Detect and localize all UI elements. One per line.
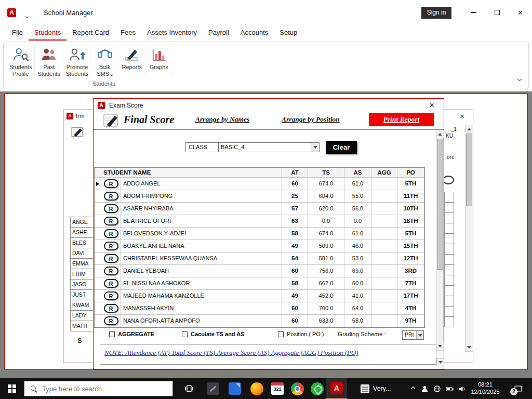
row-r-button[interactable]: R [104,217,118,225]
bg-name-cell[interactable]: MATH [71,321,93,331]
exam-table-row[interactable]: RADOM FRIMPONG25604.055.011TH [95,190,424,203]
column-agg[interactable]: AGG [371,168,397,178]
ribbon-students-profile[interactable]: Students Profile [7,44,35,77]
search-input[interactable] [42,381,169,396]
grading-scheme-combobox[interactable]: PRI [402,330,424,340]
bg-name-cell[interactable]: JUST [71,290,93,300]
dialog-titlebar[interactable]: A Exam Score × [94,99,444,112]
row-r-button[interactable]: R [104,242,118,250]
ribbon-reports[interactable]: Reports [118,44,145,77]
background-close-button[interactable]: × [460,112,464,121]
menu-payroll[interactable]: Payroll [203,25,235,41]
scrollbar-thumb[interactable] [466,134,472,206]
taskbar-search[interactable] [24,381,173,396]
row-r-button[interactable]: R [104,229,118,238]
taskbar-running-app[interactable]: Very... [357,378,394,399]
menu-file[interactable]: File [6,25,29,41]
exam-table-row[interactable]: RMAJEED MAHAMA KANZOLLE49452.041.017TH [95,290,424,302]
exam-table-row[interactable]: RBOAKYE ANHEL NANA49509.046.015TH [95,240,424,252]
combo-dropdown-icon[interactable] [311,143,319,152]
tray-user-button[interactable] [419,378,431,399]
sign-in-button[interactable]: Sign in [421,7,451,19]
taskbar-clock[interactable]: 08:21 12/10/2025 [469,381,502,395]
taskbar-app-blue[interactable] [224,378,245,399]
column-po[interactable]: PO [397,168,424,178]
row-r-button[interactable]: R [104,279,118,288]
bg-name-cell[interactable]: ASHE [71,228,93,238]
tray-battery-button[interactable] [444,378,456,399]
hidden-icons-chevron[interactable] [407,378,419,399]
ribbon-collapse-chevron-icon[interactable] [518,73,521,83]
menu-students[interactable]: Students [29,25,66,41]
start-button[interactable] [0,378,24,399]
ribbon-past-students[interactable]: Past Students [35,44,63,77]
taskbar-app-chrome[interactable] [287,378,308,399]
exam-table-row[interactable]: RBELOVEDSON Y. ADJEI58674.061.05TH [95,228,424,240]
column-ts[interactable]: TS [308,168,344,178]
bg-name-cell[interactable]: BLES [71,238,93,248]
dialog-scrollbar[interactable] [436,130,444,351]
bg-name-cell[interactable]: FRIM [71,269,93,280]
arrange-by-position-link[interactable]: Arrange by Position [282,115,340,124]
task-view-button[interactable] [179,378,200,399]
background-scrollbar[interactable] [465,125,473,352]
ribbon-promote-students[interactable]: Promote Students [63,44,91,77]
menu-report-card[interactable]: Report Card [66,25,115,41]
row-r-button[interactable]: R [104,316,118,325]
scroll-down-button[interactable] [466,343,473,351]
bg-name-cell[interactable]: ANGE [71,217,93,228]
ribbon-bulk-sms[interactable]: Bulk SMS [91,44,118,77]
bg-name-cell[interactable]: EMMA [71,259,93,269]
taskbar-app-firefox[interactable] [246,378,267,399]
bg-name-cell[interactable]: JASO [71,280,93,290]
exam-table-row[interactable]: RASARE NHYIRABA57620.056.010TH [95,203,424,215]
row-r-button[interactable]: R [104,192,118,201]
bg-name-cell[interactable]: DAVI [71,248,93,259]
taskbar-app-whatsapp[interactable] [307,378,327,399]
scroll-up-button[interactable] [466,125,473,133]
exam-table-row[interactable]: RNANA OFORI-ATTA AMPOFO60633.058.09TH [95,315,424,327]
row-r-button[interactable]: R [104,291,118,300]
exam-table-row[interactable]: RMANASSEH AKYIN60700.064.04TH [95,302,424,315]
bg-name-cell[interactable]: LADY [71,311,93,321]
taskbar-app-calendar[interactable]: 321 [267,378,288,399]
row-r-button[interactable]: R [104,204,118,213]
exam-table-row[interactable]: RDANIEL YEBOAH60756.069.03RD [95,265,424,277]
exam-table-row[interactable]: RBEATRICE OFORI630.00.018TH [95,215,424,228]
tray-network-button[interactable] [431,378,443,399]
minimize-button[interactable] [462,0,485,25]
combo-dropdown-icon[interactable] [416,331,423,339]
notification-center-button[interactable]: 2 [507,378,529,399]
dialog-close-button[interactable]: × [429,100,434,111]
row-r-button[interactable]: R [104,304,118,313]
column-as[interactable]: AS [344,168,371,178]
clear-button[interactable]: Clear [326,141,357,154]
menu-assets-inventory[interactable]: Assets Inventory [141,25,203,41]
calculate-checkbox[interactable] [182,331,188,337]
position-checkbox[interactable] [278,331,284,337]
scrollbar-thumb[interactable] [437,139,443,270]
print-report-button[interactable]: Print Report [369,113,434,126]
arrange-by-names-link[interactable]: Arrange by Names [195,115,249,124]
exam-table-row[interactable]: RCHRISTABEL KESSEWAA QUANSA54581.053.012… [95,252,424,265]
tray-volume-button[interactable] [456,378,468,399]
bottom-scroll-down-button[interactable] [436,358,444,366]
quick-access-chevron-icon[interactable] [26,10,28,20]
taskbar-app-dark[interactable] [203,378,223,399]
maximize-button[interactable] [485,0,509,25]
exam-table-row[interactable]: RADDO ANGEL60674.061.05TH [95,178,424,190]
row-r-button[interactable]: R [104,267,118,275]
row-r-button[interactable]: R [104,179,118,188]
exam-table-row[interactable]: REL-NISSI NAA ASHOKOR58662.060.07TH [95,277,424,290]
close-button[interactable]: × [509,0,532,25]
ribbon-graphs[interactable]: Graphs [145,44,172,77]
scroll-down-button[interactable] [436,342,444,350]
scroll-up-button[interactable] [436,130,444,138]
column-student-name[interactable]: STUDENT NAME [101,168,282,178]
class-combobox[interactable]: BASIC_4 [218,142,320,152]
bg-name-cell[interactable]: KWAM [71,300,93,311]
menu-accounts[interactable]: Accounts [235,25,274,41]
taskbar-app-school-manager[interactable]: A [326,378,347,399]
menu-fees[interactable]: Fees [115,25,141,41]
column-at[interactable]: AT [282,168,308,178]
